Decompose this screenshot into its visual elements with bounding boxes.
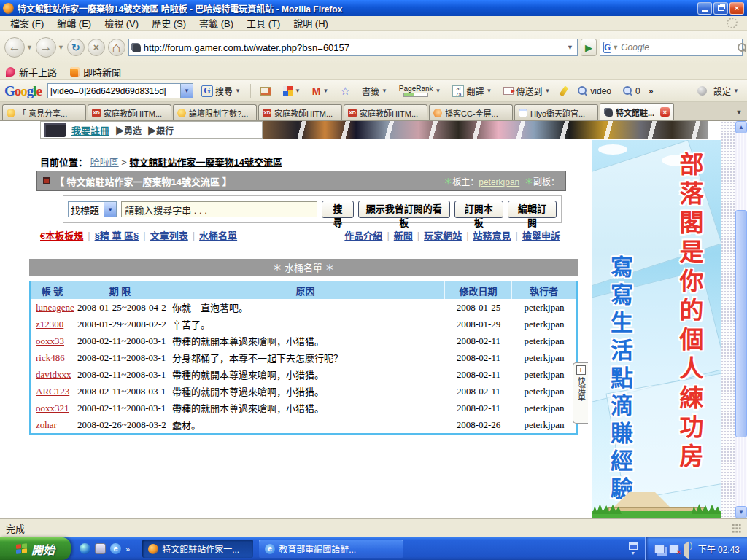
work-intro-link[interactable]: 作品介紹: [344, 228, 382, 242]
moderator-link[interactable]: peterkjpan: [479, 177, 519, 187]
gmail-button[interactable]: M▼: [309, 83, 333, 99]
board-rules-link[interactable]: €本板板規: [40, 228, 83, 242]
account-link[interactable]: luneagenes: [36, 302, 74, 314]
restore-button[interactable]: [713, 2, 728, 15]
menu-item[interactable]: 歷史 (S): [146, 15, 192, 31]
home-button[interactable]: ⌂: [108, 39, 125, 56]
highlight-button[interactable]: [558, 84, 570, 98]
tab-8-active[interactable]: 特文館駐... ×: [600, 103, 674, 120]
find-word-2-button[interactable]: 0: [619, 84, 644, 98]
account-link[interactable]: rick486: [36, 352, 65, 364]
vertical-scrollbar[interactable]: ▲ ▼: [735, 121, 747, 518]
subscribe-board-button[interactable]: 訂閱本板: [454, 201, 503, 218]
menu-item[interactable]: 編輯 (E): [51, 15, 97, 31]
scroll-down-button[interactable]: ▼: [735, 506, 747, 518]
breadcrumb-board-link[interactable]: 特文館駐站作家一廢棄物14號交流區: [130, 157, 282, 168]
address-bar[interactable]: ▼: [128, 39, 578, 56]
tab-list-dropdown-icon[interactable]: ▼: [733, 106, 745, 119]
quick-launch-ie-icon[interactable]: e: [110, 543, 121, 554]
news-button[interactable]: [257, 85, 275, 98]
expand-plus-icon[interactable]: +: [576, 365, 586, 375]
bank-link[interactable]: ▶銀行: [147, 124, 174, 136]
go-button[interactable]: ▶: [581, 39, 597, 56]
account-link[interactable]: ooxx321: [36, 402, 69, 414]
web-search-input[interactable]: [621, 42, 735, 52]
bucket-list-link[interactable]: 水桶名單: [199, 228, 237, 242]
toolbar-overflow-chevron[interactable]: »: [649, 86, 654, 96]
account-link[interactable]: z12300: [36, 319, 63, 330]
tab-5[interactable]: XD家庭教師HITM...: [344, 104, 427, 120]
tab-4[interactable]: XD家庭教師HITM...: [258, 104, 342, 120]
digest-area-link[interactable]: §精 華 區§: [95, 228, 139, 242]
magnifier-icon[interactable]: [738, 43, 746, 52]
tab-7[interactable]: Hiyo衝天跑官...: [514, 104, 598, 120]
account-link[interactable]: ooxx33: [36, 335, 64, 347]
account-link[interactable]: davidxxx: [36, 369, 71, 381]
scroll-up-button[interactable]: ▲: [735, 121, 747, 133]
menu-item[interactable]: 說明 (H): [287, 15, 334, 31]
query-dropdown-icon[interactable]: ▼: [180, 84, 193, 98]
google-search-button[interactable]: G 搜尋▼: [198, 82, 244, 99]
show-subscribed-boards-button[interactable]: 顯示我曾訂閱的看板: [358, 201, 450, 218]
select-dropdown-icon[interactable]: ▼: [104, 202, 116, 217]
account-link[interactable]: ARC123: [36, 386, 69, 397]
player-sites-link[interactable]: 玩家網站: [424, 228, 462, 242]
tab-3[interactable]: 論壇限制字數?...: [173, 104, 257, 120]
blog-ad-banner[interactable]: 部落閣是你的個人練功房 寫寫生活點滴賺經驗: [592, 140, 721, 518]
back-dropdown-icon[interactable]: ▼: [26, 44, 33, 51]
register-link[interactable]: 我要註冊: [71, 123, 109, 137]
tab-1[interactable]: 「 意見分享...: [2, 104, 86, 120]
back-button[interactable]: ←: [4, 37, 25, 58]
search-scope-select[interactable]: 找標題 ▼: [68, 201, 117, 217]
apps-button[interactable]: ▼: [279, 84, 304, 98]
bookmark-item[interactable]: 新手上路: [6, 65, 57, 79]
find-word-1-button[interactable]: video: [574, 84, 615, 98]
task-button-firefox[interactable]: 特文館駐站作家一...: [142, 540, 253, 558]
news-link[interactable]: 新聞: [394, 228, 413, 242]
menu-item[interactable]: 書籤 (B): [193, 15, 239, 31]
quick-menu-tab[interactable]: + 快選單: [573, 362, 588, 424]
start-button[interactable]: 開始: [0, 537, 71, 560]
close-button[interactable]: ×: [729, 2, 744, 15]
menu-item[interactable]: 工具 (T): [241, 15, 286, 31]
url-input[interactable]: [144, 42, 562, 53]
gt-bookmarks-button[interactable]: 書籤▼: [358, 82, 391, 99]
report-link[interactable]: 檢舉申訴: [522, 228, 560, 242]
network-icon[interactable]: [654, 545, 665, 553]
quick-launch-app-icon[interactable]: [95, 543, 106, 554]
stop-button[interactable]: ×: [88, 39, 105, 56]
taskbar-clock[interactable]: 下午 02:43: [698, 542, 740, 555]
minimize-button[interactable]: [697, 2, 712, 15]
edit-subscription-button[interactable]: 編輯訂閱: [508, 201, 557, 218]
forward-button[interactable]: →: [36, 37, 56, 58]
bookmark-item[interactable]: 即時新聞: [70, 65, 121, 79]
google-toolbar-logo[interactable]: Google: [4, 83, 42, 99]
quick-launch-chevron[interactable]: »: [125, 545, 130, 553]
translate-button[interactable]: aí7à翻譯▼: [449, 82, 495, 99]
search-engine-dropdown-icon[interactable]: ▼: [612, 44, 619, 51]
reload-button[interactable]: ↻: [67, 39, 85, 56]
quick-launch-browser-icon[interactable]: [80, 543, 90, 554]
taskbar-toolbar-toggle[interactable]: ▼: [629, 542, 638, 556]
article-list-link[interactable]: 文章列表: [150, 228, 188, 242]
task-button-ie[interactable]: e 教育部重編國語辭...: [259, 540, 403, 558]
search-submit-button[interactable]: 搜尋: [322, 201, 354, 218]
board-search-input[interactable]: [121, 201, 317, 217]
tab-close-button[interactable]: ×: [660, 107, 670, 117]
volume-icon[interactable]: [684, 541, 689, 559]
sendto-button[interactable]: 傳送到▼: [500, 82, 554, 99]
google-query-box[interactable]: ▼: [47, 83, 193, 98]
settings-button[interactable]: 設定▼: [710, 82, 743, 99]
network-disconnected-icon[interactable]: [669, 545, 679, 553]
menu-item[interactable]: 檢視 (V): [98, 15, 144, 31]
resize-grip[interactable]: [732, 524, 741, 533]
url-history-dropdown-icon[interactable]: ▼: [565, 40, 575, 55]
scrollbar-thumb[interactable]: [735, 210, 747, 438]
forward-dropdown-icon[interactable]: ▼: [58, 44, 64, 51]
account-link[interactable]: zohar: [36, 419, 57, 431]
menu-item[interactable]: 檔案 (F): [4, 15, 50, 31]
site-feedback-link[interactable]: 站務意見: [473, 228, 511, 242]
search-box[interactable]: G ▼: [600, 39, 743, 56]
google-logo-icon[interactable]: G: [603, 42, 611, 53]
breadcrumb-section-link[interactable]: 哈啦區: [90, 157, 119, 168]
